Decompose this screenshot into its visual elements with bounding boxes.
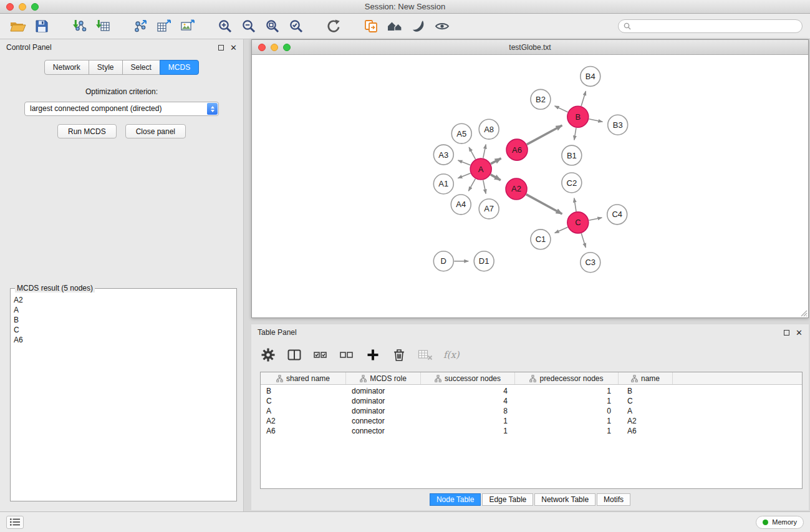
float-panel-icon[interactable]: [218, 45, 224, 51]
table-row[interactable]: A6connector11A6: [261, 426, 802, 436]
mcds-result-item[interactable]: A2: [14, 295, 235, 305]
mcds-result-item[interactable]: A6: [14, 335, 235, 345]
graph-edge-B-B3[interactable]: [589, 119, 602, 122]
graph-node-A1[interactable]: A1: [433, 174, 453, 194]
graph-edge-C-C3[interactable]: [581, 233, 586, 248]
close-mcds-panel-button[interactable]: Close panel: [125, 124, 186, 138]
mcds-result-item[interactable]: C: [14, 325, 235, 335]
close-window-button[interactable]: [6, 3, 14, 11]
mcds-result-item[interactable]: A: [14, 305, 235, 315]
show-graphics-button[interactable]: [430, 16, 454, 36]
column-header-predecessor-nodes[interactable]: predecessor nodes: [515, 372, 619, 384]
import-table-button[interactable]: [91, 16, 115, 36]
import-network-button[interactable]: [67, 16, 91, 36]
table-row[interactable]: Bdominator41B: [261, 386, 802, 396]
tab-node-table[interactable]: Node Table: [430, 493, 481, 506]
export-table-button[interactable]: [152, 16, 176, 36]
graph-edge-B-B4[interactable]: [581, 91, 586, 106]
graph-node-A2[interactable]: A2: [506, 178, 527, 200]
network-canvas[interactable]: B4B2BB3A5A8A6A3B1AC2A1A2A4A7C4CC1C3DD1: [252, 55, 808, 317]
tab-mcds[interactable]: MCDS: [160, 60, 199, 75]
graph-node-A7[interactable]: A7: [479, 199, 499, 219]
graph-node-B1[interactable]: B1: [562, 145, 582, 165]
network-minimize-button[interactable]: [271, 44, 278, 51]
delete-columns-button[interactable]: [391, 347, 407, 363]
create-column-button[interactable]: [365, 347, 381, 363]
select-all-button[interactable]: [312, 347, 329, 363]
open-file-button[interactable]: [6, 16, 30, 36]
graph-edge-A-A2[interactable]: [491, 175, 501, 180]
graph-node-A6[interactable]: A6: [506, 139, 528, 160]
close-table-panel-icon[interactable]: ✕: [796, 329, 803, 337]
graph-node-A4[interactable]: A4: [451, 195, 471, 215]
graph-node-B[interactable]: B: [567, 106, 589, 127]
column-header-successor-nodes[interactable]: successor nodes: [421, 372, 515, 384]
graph-edge-A-A8[interactable]: [483, 145, 486, 158]
network-maximize-button[interactable]: [283, 44, 291, 51]
graph-node-C2[interactable]: C2: [562, 173, 582, 193]
ndex-transfer-button[interactable]: [359, 16, 383, 36]
zoom-in-button[interactable]: [213, 16, 237, 36]
graph-edge-C-C1[interactable]: [555, 227, 568, 233]
graph-node-A[interactable]: A: [470, 158, 491, 180]
tab-network[interactable]: Network: [44, 60, 89, 75]
memory-button[interactable]: Memory: [756, 516, 804, 529]
graph-node-A3[interactable]: A3: [433, 145, 453, 165]
graph-edge-A-A3[interactable]: [458, 160, 471, 165]
zoom-out-button[interactable]: [237, 16, 261, 36]
style-brush-button[interactable]: [407, 16, 430, 36]
graph-edge-A-A1[interactable]: [458, 173, 470, 178]
column-header-mcds-role[interactable]: MCDS role: [346, 372, 421, 384]
graph-node-A8[interactable]: A8: [479, 119, 499, 139]
table-row[interactable]: A2connector11A2: [261, 416, 802, 426]
maximize-window-button[interactable]: [31, 3, 39, 11]
search-input[interactable]: [634, 22, 797, 31]
graph-edge-A6-B[interactable]: [527, 125, 562, 145]
graph-node-B3[interactable]: B3: [608, 115, 628, 135]
graph-node-C1[interactable]: C1: [531, 230, 551, 249]
export-network-button[interactable]: [128, 16, 152, 36]
tab-edge-table[interactable]: Edge Table: [482, 493, 533, 506]
minimize-window-button[interactable]: [19, 3, 26, 11]
graph-edge-A-A4[interactable]: [468, 179, 475, 191]
graph-edge-A-A5[interactable]: [469, 147, 475, 159]
network-close-button[interactable]: [258, 44, 266, 51]
search-box[interactable]: [618, 19, 803, 33]
graph-edge-B-B1[interactable]: [574, 128, 576, 140]
export-image-button[interactable]: [176, 16, 200, 36]
table-row[interactable]: Cdominator41C: [261, 396, 802, 406]
save-session-button[interactable]: [30, 16, 54, 36]
column-header-name[interactable]: name: [619, 372, 673, 384]
graph-node-C3[interactable]: C3: [581, 253, 600, 273]
deselect-all-button[interactable]: [339, 347, 355, 363]
zoom-fit-button[interactable]: [261, 16, 284, 36]
apply-layout-button[interactable]: [322, 16, 345, 36]
graph-node-D[interactable]: D: [433, 251, 453, 271]
graph-node-B4[interactable]: B4: [581, 66, 600, 86]
show-columns-button[interactable]: [286, 347, 302, 363]
tab-motifs[interactable]: Motifs: [597, 493, 630, 506]
criterion-dropdown[interactable]: largest connected component (directed): [24, 102, 219, 116]
close-panel-icon[interactable]: ✕: [230, 44, 237, 52]
graph-node-C[interactable]: C: [567, 212, 589, 233]
tab-select[interactable]: Select: [122, 60, 160, 75]
graph-node-B2[interactable]: B2: [531, 89, 551, 109]
mcds-result-item[interactable]: B: [14, 315, 235, 325]
table-mode-button[interactable]: [260, 347, 276, 363]
tab-network-table[interactable]: Network Table: [534, 493, 595, 506]
graph-node-C4[interactable]: C4: [607, 205, 627, 225]
graph-node-A5[interactable]: A5: [451, 123, 471, 143]
graph-edge-B-B2[interactable]: [555, 106, 568, 112]
graph-node-D1[interactable]: D1: [474, 251, 494, 271]
float-table-panel-icon[interactable]: [784, 330, 789, 336]
run-mcds-button[interactable]: Run MCDS: [57, 124, 117, 138]
column-header-shared-name[interactable]: shared name: [261, 372, 346, 384]
graph-edge-A2-C[interactable]: [526, 195, 562, 214]
task-history-button[interactable]: [6, 516, 24, 529]
graph-edge-C-C4[interactable]: [589, 218, 602, 220]
graph-edge-C-C2[interactable]: [574, 198, 576, 211]
graph-edge-A-A7[interactable]: [483, 180, 486, 194]
graph-edge-A-A6[interactable]: [491, 158, 501, 164]
table-row[interactable]: Adominator80A: [261, 406, 802, 416]
tab-style[interactable]: Style: [89, 60, 123, 75]
